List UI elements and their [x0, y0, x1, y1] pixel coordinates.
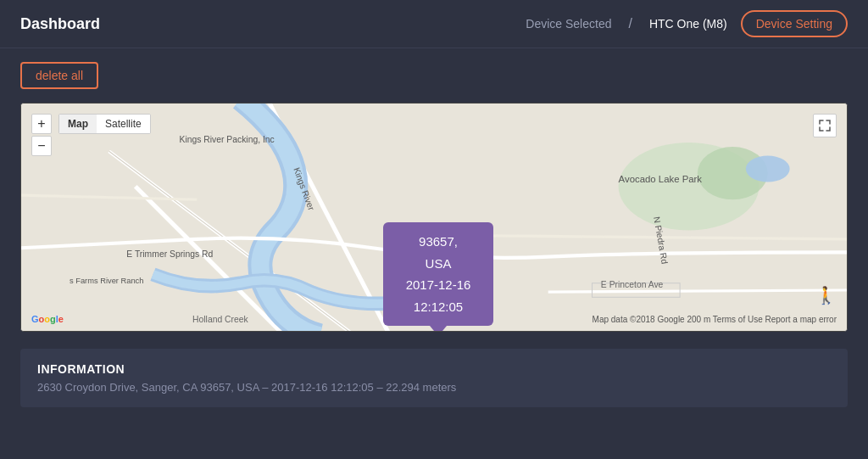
map-type-toggle[interactable]: Map Satellite [58, 114, 151, 134]
map-attribution: Map data ©2018 Google 200 m Terms of Use… [593, 315, 837, 324]
device-name: HTC One (M8) [649, 17, 727, 31]
app-header: Dashboard Device Selected / HTC One (M8)… [0, 0, 868, 48]
main-content: delete all [0, 48, 868, 421]
map-fullscreen-button[interactable] [813, 114, 837, 137]
svg-point-11 [746, 155, 790, 182]
map-location-popup: 93657, USA 2017-12-16 12:12:05 [383, 222, 493, 326]
svg-text:Holland Creek: Holland Creek [192, 315, 248, 324]
map-container[interactable]: Kings River Packing, Inc E Trimmer Sprin… [20, 103, 848, 332]
map-pegman-icon[interactable]: 🚶 [815, 285, 837, 305]
map-type-map-button[interactable]: Map [59, 115, 97, 133]
popup-zip: 93657, [397, 231, 480, 253]
information-title: INFORMATION [37, 362, 831, 376]
svg-text:E Princeton Ave: E Princeton Ave [601, 280, 664, 289]
svg-line-7 [548, 290, 847, 292]
popup-date: 2017-12-16 [397, 274, 480, 296]
information-detail: 2630 Croydon Drive, Sanger, CA 93657, US… [37, 381, 831, 394]
google-logo: Google [31, 314, 64, 324]
svg-text:Avocado Lake Park: Avocado Lake Park [619, 174, 703, 184]
svg-text:E Trimmer Springs Rd: E Trimmer Springs Rd [126, 249, 213, 259]
popup-time: 12:12:05 [397, 296, 480, 318]
page-title: Dashboard [20, 15, 100, 33]
zoom-out-button[interactable]: − [31, 136, 52, 156]
popup-country: USA [397, 253, 480, 275]
delete-all-button[interactable]: delete all [20, 62, 98, 89]
device-selected-label: Device Selected [526, 17, 611, 31]
svg-text:s Farms River Ranch: s Farms River Ranch [70, 277, 143, 285]
map-type-satellite-button[interactable]: Satellite [97, 115, 150, 133]
header-right: Device Selected / HTC One (M8) Device Se… [526, 10, 848, 37]
map-zoom-controls: + − [31, 114, 52, 156]
device-setting-button[interactable]: Device Setting [741, 10, 848, 37]
zoom-in-button[interactable]: + [31, 114, 52, 134]
svg-text:Kings River Packing, Inc: Kings River Packing, Inc [180, 135, 275, 144]
information-section: INFORMATION 2630 Croydon Drive, Sanger, … [20, 349, 848, 407]
breadcrumb-separator: / [628, 16, 632, 31]
